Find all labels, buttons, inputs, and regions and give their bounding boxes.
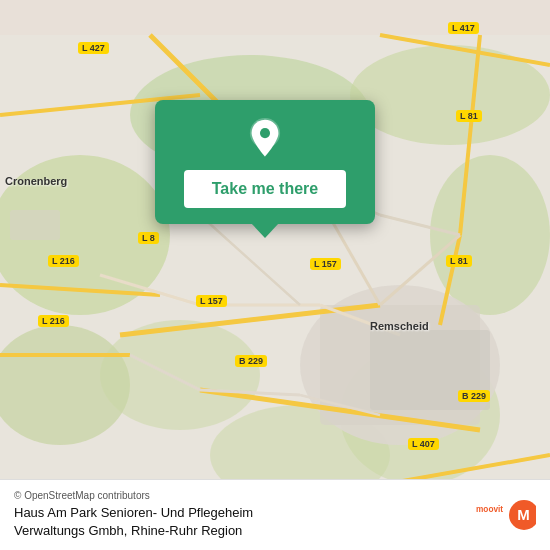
- moovit-logo-svg: M moovit: [476, 497, 536, 533]
- road-label-l81-mid: L 81: [446, 255, 472, 267]
- svg-text:M: M: [517, 506, 530, 523]
- moovit-logo: M moovit: [476, 497, 536, 533]
- take-me-there-button[interactable]: Take me there: [184, 170, 346, 208]
- road-label-l157-top: L 157: [310, 258, 341, 270]
- svg-point-36: [260, 128, 270, 138]
- road-label-l216-top: L 216: [48, 255, 79, 267]
- location-pin-icon: [244, 118, 286, 160]
- road-label-b229: B 229: [235, 355, 267, 367]
- road-label-l81-top: L 81: [456, 110, 482, 122]
- info-bar: © OpenStreetMap contributors Haus Am Par…: [0, 479, 550, 550]
- road-label-l8x: L 8: [138, 232, 159, 244]
- place-name-label: Haus Am Park Senioren- Und PflegeheimVer…: [14, 505, 253, 538]
- road-label-l157-bot: L 157: [196, 295, 227, 307]
- svg-rect-32: [10, 210, 60, 240]
- map-container: L 427 L 417 L 415 L 81 L 81 L 157 L 157 …: [0, 0, 550, 550]
- road-label-b229-r: B 229: [458, 390, 490, 402]
- attribution-text: © OpenStreetMap contributors: [14, 490, 466, 501]
- place-name-text: Haus Am Park Senioren- Und PflegeheimVer…: [14, 504, 466, 540]
- svg-text:moovit: moovit: [476, 505, 503, 514]
- popup-overlay: Take me there: [155, 100, 375, 224]
- info-text: © OpenStreetMap contributors Haus Am Par…: [14, 490, 466, 540]
- road-label-l216-bot: L 216: [38, 315, 69, 327]
- road-label-l427: L 427: [78, 42, 109, 54]
- road-label-l407: L 407: [408, 438, 439, 450]
- road-label-l417: L 417: [448, 22, 479, 34]
- city-label-cronenberg: Cronenberg: [5, 175, 67, 187]
- city-label-remscheid: Remscheid: [370, 320, 429, 332]
